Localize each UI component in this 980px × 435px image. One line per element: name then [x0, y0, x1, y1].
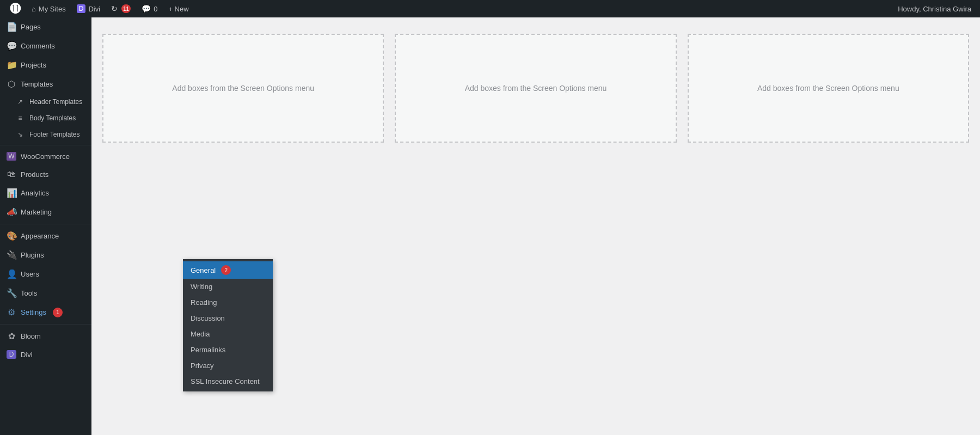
new-content-menu[interactable]: + New	[163, 0, 194, 17]
sidebar-item-users[interactable]: 👤 Users	[0, 265, 91, 284]
updates-menu[interactable]: ↻ 11	[106, 0, 136, 17]
pages-label: Pages	[21, 23, 41, 31]
dashboard-col-2: Add boxes from the Screen Options menu	[395, 34, 676, 143]
woocommerce-label: WooCommerce	[21, 152, 70, 161]
updates-count: 11	[121, 4, 131, 13]
templates-label: Templates	[21, 80, 53, 88]
discussion-label: Discussion	[191, 314, 225, 322]
users-label: Users	[21, 270, 39, 278]
footer-templates-label: Footer Templates	[29, 131, 80, 138]
comments-count: 0	[154, 5, 157, 13]
sidebar-item-woocommerce[interactable]: W WooCommerce	[0, 148, 91, 165]
users-icon: 👤	[7, 269, 16, 279]
my-sites-menu[interactable]: ⌂ My Sites	[26, 0, 71, 17]
sidebar-item-comments[interactable]: 💬 Comments	[0, 36, 91, 56]
templates-icon: ⬡	[7, 79, 16, 89]
sidebar-item-footer-templates[interactable]: ↘ Footer Templates	[0, 126, 91, 143]
user-info: Howdy, Christina Gwira	[898, 5, 976, 13]
permalinks-label: Permalinks	[191, 346, 225, 354]
separator-1	[0, 145, 91, 145]
sidebar-item-products[interactable]: 🛍 Products	[0, 165, 91, 183]
analytics-icon: 📊	[7, 188, 16, 198]
header-templates-icon: ↗	[15, 98, 25, 106]
submenu-item-discussion[interactable]: Discussion	[183, 310, 273, 326]
sidebar-item-marketing[interactable]: 📣 Marketing	[0, 203, 91, 222]
my-sites-label: My Sites	[39, 5, 66, 13]
updates-icon: ↻	[111, 4, 118, 13]
comments-icon: 💬	[142, 4, 151, 13]
analytics-label: Analytics	[21, 189, 49, 197]
products-label: Products	[21, 170, 48, 179]
admin-bar: ⓫ ⌂ My Sites D Divi ↻ 11 💬 0 + New Howdy…	[0, 0, 980, 17]
submenu-item-privacy[interactable]: Privacy	[183, 358, 273, 373]
appearance-icon: 🎨	[7, 231, 16, 241]
submenu-item-ssl[interactable]: SSL Insecure Content	[183, 373, 273, 389]
woocommerce-icon: W	[7, 152, 16, 161]
divi-label: Divi	[88, 5, 100, 13]
header-templates-label: Header Templates	[29, 98, 82, 106]
bloom-label: Bloom	[21, 332, 41, 340]
marketing-icon: 📣	[7, 207, 16, 217]
submenu-item-permalinks[interactable]: Permalinks	[183, 342, 273, 358]
general-label: General	[191, 266, 216, 274]
sidebar-item-header-templates[interactable]: ↗ Header Templates	[0, 94, 91, 110]
plugins-label: Plugins	[21, 251, 44, 259]
body-templates-label: Body Templates	[29, 114, 76, 122]
appearance-label: Appearance	[21, 232, 59, 240]
media-label: Media	[191, 330, 210, 338]
comments-menu-label: Comments	[21, 42, 55, 50]
marketing-label: Marketing	[21, 208, 52, 216]
ssl-label: SSL Insecure Content	[191, 377, 260, 385]
sidebar-item-templates[interactable]: ⬡ Templates	[0, 75, 91, 94]
separator-2	[0, 224, 91, 224]
reading-label: Reading	[191, 298, 217, 307]
howdy-text: Howdy, Christina Gwira	[898, 5, 971, 13]
plugins-icon: 🔌	[7, 250, 16, 260]
divi-sidebar-label: Divi	[21, 351, 33, 359]
sidebar-item-bloom[interactable]: ✿ Bloom	[0, 327, 91, 346]
sidebar-item-analytics[interactable]: 📊 Analytics	[0, 183, 91, 203]
pages-icon: 📄	[7, 22, 16, 32]
submenu-item-reading[interactable]: Reading	[183, 295, 273, 310]
submenu-item-general[interactable]: General 2	[183, 261, 273, 279]
submenu-item-writing[interactable]: Writing	[183, 279, 273, 295]
sidebar-item-appearance[interactable]: 🎨 Appearance	[0, 226, 91, 246]
general-badge: 2	[221, 265, 231, 275]
bloom-icon: ✿	[7, 331, 16, 341]
footer-templates-icon: ↘	[15, 131, 25, 138]
settings-badge: 1	[53, 308, 63, 317]
admin-sidebar: 📄 Pages 💬 Comments 📁 Projects ⬡ Template…	[0, 17, 91, 435]
sidebar-item-plugins[interactable]: 🔌 Plugins	[0, 246, 91, 265]
sidebar-item-projects[interactable]: 📁 Projects	[0, 56, 91, 75]
dashboard-col-3: Add boxes from the Screen Options menu	[688, 34, 969, 143]
settings-label: Settings	[21, 308, 46, 316]
main-content: Add boxes from the Screen Options menu A…	[91, 17, 980, 435]
privacy-label: Privacy	[191, 362, 214, 370]
wp-layout: 📄 Pages 💬 Comments 📁 Projects ⬡ Template…	[0, 17, 980, 435]
sidebar-item-body-templates[interactable]: ≡ Body Templates	[0, 110, 91, 126]
projects-label: Projects	[21, 61, 46, 69]
new-label: + New	[168, 5, 188, 13]
dashboard-col-1: Add boxes from the Screen Options menu	[102, 34, 384, 143]
divi-menu[interactable]: D Divi	[71, 0, 106, 17]
dashboard-col-2-text: Add boxes from the Screen Options menu	[465, 84, 607, 93]
wp-logo[interactable]: ⓫	[4, 0, 26, 17]
comments-menu[interactable]: 💬 0	[136, 0, 163, 17]
submenu-item-media[interactable]: Media	[183, 326, 273, 342]
sidebar-item-tools[interactable]: 🔧 Tools	[0, 284, 91, 303]
sidebar-item-divi[interactable]: D Divi	[0, 346, 91, 363]
separator-3	[0, 324, 91, 324]
dashboard-col-1-text: Add boxes from the Screen Options menu	[172, 84, 314, 93]
dashboard-col-3-text: Add boxes from the Screen Options menu	[757, 84, 899, 93]
projects-icon: 📁	[7, 60, 16, 70]
body-templates-icon: ≡	[15, 114, 25, 122]
my-sites-icon: ⌂	[32, 5, 36, 13]
settings-submenu: General 2 Writing Reading Discussion Med…	[183, 259, 273, 391]
divi-sidebar-icon: D	[7, 350, 16, 359]
sidebar-item-settings[interactable]: ⚙ Settings 1	[0, 303, 91, 322]
products-icon: 🛍	[7, 169, 16, 179]
writing-label: Writing	[191, 283, 212, 291]
tools-label: Tools	[21, 289, 37, 297]
sidebar-item-pages[interactable]: 📄 Pages	[0, 17, 91, 36]
settings-icon: ⚙	[7, 307, 16, 317]
